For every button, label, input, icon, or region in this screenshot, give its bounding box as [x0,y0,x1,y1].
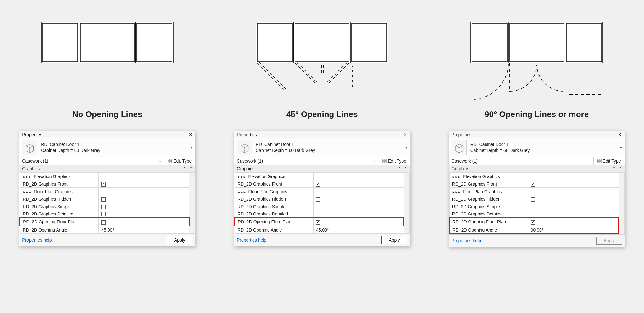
cabinet-plan-diagram [464,19,609,101]
family-thumbnail-icon [452,140,467,155]
param-value[interactable] [528,188,619,195]
edit-type-icon [382,159,387,163]
param-value[interactable] [528,203,619,210]
expander-icon: ►►► [237,175,246,179]
diagram-caption: 45° Opening Lines [286,109,358,119]
properties-help-link[interactable]: Properties help [452,238,481,243]
param-value[interactable] [528,210,619,218]
svg-rect-11 [257,23,292,62]
close-icon[interactable]: × [402,132,408,137]
param-value[interactable] [99,195,189,203]
param-value[interactable] [528,173,619,180]
checkbox-icon[interactable] [531,220,535,225]
checkbox-icon[interactable] [101,205,106,209]
param-row-floor-plan-graphics: ►►► Floor Plan Graphics [20,188,195,195]
param-value[interactable] [99,188,189,195]
scrollbar[interactable] [189,173,195,234]
param-value[interactable] [313,173,404,180]
edit-type-button[interactable]: Edit Type [164,157,195,165]
diagram-area [228,13,416,101]
edit-type-button[interactable]: Edit Type [594,157,625,165]
edit-type-button[interactable]: Edit Type [379,157,410,165]
param-value[interactable]: 90.00° [528,226,619,234]
type-selector[interactable]: RD_Cabinet Door 1 Cabinet Depth = 60 Dar… [19,138,195,157]
checkbox-checked-icon[interactable] [101,182,106,187]
param-name: RD_2D Graphics Hidden [235,195,313,203]
svg-rect-1 [42,23,78,62]
checkbox-icon[interactable] [316,212,320,216]
group-header-graphics[interactable]: Graphics ⌃⌃ [449,165,625,172]
param-name: Elevation Graphics [248,174,286,179]
param-value[interactable] [313,203,404,210]
param-value[interactable]: 45.00° [99,226,189,233]
family-name: RD_Cabinet Door 1 [256,142,315,148]
scrollbar[interactable] [619,173,624,234]
param-name: RD_2D Opening Angle [449,226,528,234]
checkbox-icon[interactable] [531,212,535,216]
svg-rect-24 [352,66,386,88]
apply-button[interactable]: Apply [167,236,192,244]
example-column: No Opening Lines Properties × RD_Cabinet… [13,13,202,247]
checkbox-checked-icon[interactable] [531,182,535,187]
param-value[interactable] [313,188,404,195]
type-selector[interactable]: RD_Cabinet Door 1 Cabinet Depth = 60 Dar… [449,138,625,157]
param-value[interactable] [313,218,404,226]
param-value[interactable] [528,180,619,188]
properties-help-link[interactable]: Properties help [22,238,52,243]
panel-footer: Properties help Apply [19,234,195,246]
param-value[interactable]: 45.00° [313,226,404,233]
checkbox-icon[interactable] [531,197,535,202]
param-name: RD_2D Graphics Front [235,180,313,188]
param-value[interactable] [99,210,189,218]
apply-button[interactable]: Apply [381,236,407,244]
svg-rect-26 [385,159,386,161]
group-header-label: Graphics [452,166,469,171]
group-header-graphics[interactable]: Graphics ⌃⌃ [19,165,195,172]
param-row-graphics-simple: RD_2D Graphics Simple [449,203,624,210]
checkbox-icon[interactable] [316,197,320,202]
edit-type-label: Edit Type [388,159,406,164]
collapse-icon: ⌃ [398,166,401,171]
param-value[interactable] [99,218,189,226]
selection-filter-dropdown[interactable]: Casework (1) ⌄ [19,157,164,165]
param-value[interactable] [528,218,619,226]
selection-filter-label: Casework (1) [237,159,263,164]
checkbox-icon[interactable] [316,205,320,209]
checkbox-icon[interactable] [531,205,535,209]
selection-filter-dropdown[interactable]: Casework (1) ⌄ [234,157,379,165]
svg-line-20 [328,63,349,84]
checkbox-checked-icon[interactable] [316,182,320,187]
param-value[interactable] [528,195,619,203]
selection-filter-dropdown[interactable]: Casework (1) ⌄ [449,157,594,165]
scroll-up-icon: ⌃ [619,166,622,171]
param-name: Elevation Graphics [463,174,500,179]
close-icon[interactable]: × [188,132,193,137]
chevron-down-icon: ⌄ [158,159,161,163]
edit-type-label: Edit Type [173,159,192,164]
checkbox-icon[interactable] [101,197,106,202]
param-value[interactable] [313,180,404,188]
example-column: 45° Opening Lines Properties × RD_Cabine… [228,13,416,247]
properties-help-link[interactable]: Properties help [237,238,266,243]
param-value[interactable] [313,195,404,203]
param-value[interactable] [99,180,189,188]
close-icon[interactable]: × [617,132,622,137]
svg-rect-9 [170,161,172,163]
param-row-opening-floor-plan: RD_2D Opening Floor Plan [235,218,409,226]
param-value[interactable] [99,203,189,210]
svg-line-19 [297,62,318,83]
svg-rect-27 [383,161,384,163]
param-name: RD_2D Graphics Front [449,180,528,188]
checkbox-icon[interactable] [101,212,106,216]
param-value[interactable] [313,210,404,218]
scrollbar[interactable] [404,173,409,234]
param-value[interactable] [99,173,189,180]
parameter-table: ►►► Elevation Graphics RD_2D Graphics Fr… [234,172,410,234]
type-selector[interactable]: RD_Cabinet Door 1 Cabinet Depth = 60 Dar… [234,138,410,157]
family-thumbnail-icon [237,140,252,155]
checkbox-icon[interactable] [316,220,320,225]
checkbox-icon[interactable] [101,220,106,225]
group-header-graphics[interactable]: Graphics ⌃⌃ [234,165,410,172]
dropdown-icon: ▾ [191,145,192,150]
param-row-elevation-graphics: ►►► Elevation Graphics [235,173,409,180]
